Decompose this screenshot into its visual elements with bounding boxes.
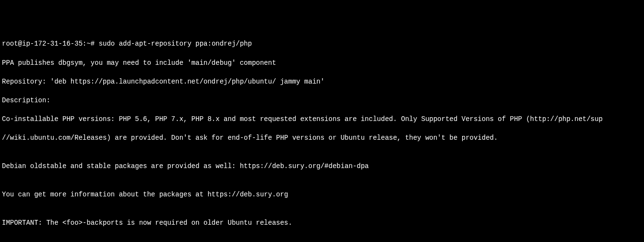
shell-command: sudo add-apt-repository ppa:ondrej/php <box>99 40 252 48</box>
shell-prompt: root@ip-172-31-16-35:~# <box>2 40 99 48</box>
terminal-output-line: //wiki.ubuntu.com/Releases) are provided… <box>2 133 642 143</box>
terminal-output-line: PPA publishes dbgsym, you may need to in… <box>2 59 642 68</box>
terminal-output-line: Debian oldstable and stable packages are… <box>2 162 642 171</box>
terminal-output-line: Description: <box>2 96 642 106</box>
terminal-output-line: You can get more information about the p… <box>2 190 642 200</box>
terminal-output-line: IMPORTANT: The <foo>-backports is now re… <box>2 218 642 228</box>
terminal-output-line: Repository: 'deb https://ppa.launchpadco… <box>2 77 642 87</box>
terminal-output-line: Co-installable PHP versions: PHP 5.6, PH… <box>2 115 642 124</box>
terminal-prompt-line[interactable]: root@ip-172-31-16-35:~# sudo add-apt-rep… <box>2 39 642 49</box>
